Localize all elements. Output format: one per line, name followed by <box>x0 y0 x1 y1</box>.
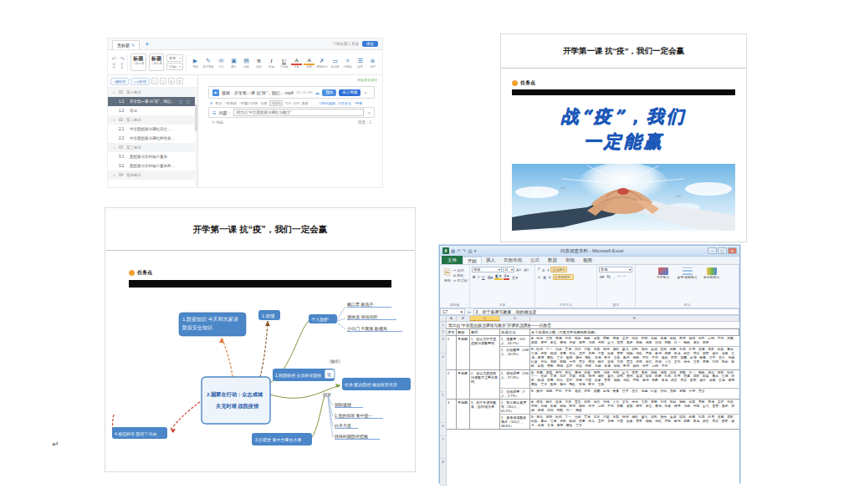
grow-font-icon[interactable]: A˄ <box>515 267 522 272</box>
rename-icon[interactable]: ✎ <box>131 43 135 48</box>
number-format-select[interactable]: 常规▾ <box>599 267 632 272</box>
merge-center-button[interactable]: 合并后居中 · <box>553 274 574 280</box>
column-header[interactable]: A <box>447 316 457 321</box>
add-tab-button[interactable]: + <box>145 40 149 49</box>
row-header[interactable]: 1 <box>440 322 446 328</box>
decimal-icons[interactable]: ⁺⁰ ⁻⁰ <box>616 274 626 279</box>
close-icon[interactable]: × <box>367 110 371 115</box>
file-tab[interactable]: 文件 <box>442 256 463 264</box>
outline-item[interactable]: 3.1思想政治学科核心素养 <box>108 152 197 161</box>
italic-button[interactable]: I <box>477 275 480 279</box>
column-header[interactable]: C <box>470 316 500 321</box>
names-cell[interactable]: B：杜鹃、丁一、任静、姜涛、范冰、方圆、石磊、姚明、谭松、廖凡、邹凯、熊伟、金城… <box>530 347 739 369</box>
preview-button[interactable]: 预览 <box>322 89 336 96</box>
doc-tool-button[interactable]: ▤文档 <box>240 57 253 69</box>
ribbon-tab[interactable]: 页面布局 <box>499 257 526 264</box>
table-cell[interactable]: 1、你认为中学思想政治课重要吗 <box>470 336 500 369</box>
save-button[interactable]: 保存 <box>362 41 378 47</box>
clear-format-tool-button[interactable]: ✗清除格式 <box>315 57 329 69</box>
image-tool-button[interactable]: ▣图片 <box>228 57 240 69</box>
clipboard-item-button[interactable]: ✂ 剪切 <box>453 268 468 272</box>
align-middle-icon[interactable]: ≡ <box>541 267 545 272</box>
column-header[interactable]: D <box>500 316 530 321</box>
highlight-tool-button[interactable]: A高亮 <box>303 57 315 69</box>
undo-button[interactable]: ↶ 撤销 <box>111 56 117 69</box>
align-bottom-icon[interactable]: ⤓ <box>546 267 550 272</box>
formula-input[interactable]: 3、对于备课写教案，你的做法是 <box>473 308 739 315</box>
mindmap-node-4[interactable]: 4.相信科学 防控下功夫 <box>112 427 167 439</box>
style-button[interactable]: 套用 表格格式 <box>677 267 698 308</box>
font-size-select[interactable]: 11▾ <box>503 267 514 272</box>
video-tool-button[interactable]: ▶视频 <box>189 57 202 69</box>
table-cell[interactable]: 2、参考现成教案修改（102人，38.8%） <box>500 415 530 429</box>
speed-option[interactable]: 75% <box>284 101 291 105</box>
font-color-tool-button[interactable]: A字色 <box>290 57 303 69</box>
align-top-icon[interactable]: ⤒ <box>537 267 540 272</box>
names-cell[interactable]: A：缪杰、解冰、应采、宗庆、宣萱、佟丽、池昌、仲满、卜凡、艾伦、张伟、王芳、李娜… <box>530 400 739 414</box>
row-header[interactable]: 2 <box>440 328 446 336</box>
sort-icon[interactable]: ⇅ <box>176 78 183 84</box>
table-cell[interactable]: 2、比较重要（148人，56.3%） <box>500 347 530 369</box>
table-row[interactable]: 3单选题3、对于备课写教案，你的做法是1、每次都认真撰写（161人，61.2%）… <box>447 400 739 430</box>
minimize-button[interactable]: ─ <box>708 247 717 254</box>
mindmap-node-social[interactable]: 社会 配合防控 做抗疫宣传员 <box>342 378 411 390</box>
comma-icon[interactable]: , <box>612 274 615 279</box>
print-icon[interactable]: ▤ <box>468 248 472 253</box>
indent-icon[interactable]: ⫸ <box>548 274 552 280</box>
font-family-select[interactable]: 宋体▾ <box>166 54 183 62</box>
outline-item[interactable]: 2.1中学思想政治课程设立… <box>108 125 197 134</box>
fill-color-button[interactable]: ◧▾ <box>494 274 502 280</box>
mindmap-node-1[interactable]: 1.防疫知识 今天和大家讲 防疫安全知识 <box>179 313 246 336</box>
ribbon-tab[interactable]: 审阅 <box>561 257 579 264</box>
edit-question-button[interactable]: ✎ 编辑 <box>212 120 223 125</box>
ribbon-tab[interactable]: 开始 <box>463 257 482 264</box>
names-cell[interactable]: A：郑爽、梁晨、谢宇、宋佳、唐瑞、许诺、韩雪、冯源、曹阳、彭飞、董雷、袁梦、邓超… <box>530 370 739 389</box>
table-header-cell[interactable]: 序号 <box>447 329 457 335</box>
table-cell[interactable]: 1、很有必要（256人，97.3%） <box>500 370 530 389</box>
video-player-bar[interactable] <box>129 280 391 288</box>
table-cell[interactable]: 1 <box>447 336 457 369</box>
table-cell[interactable]: 2、没有必要（7人，2.7%） <box>500 389 530 399</box>
italic-tool-button[interactable]: I斜体 <box>265 57 278 69</box>
option-checkbox[interactable]: ○弹幕 <box>354 101 362 105</box>
scrollbar[interactable] <box>195 88 197 188</box>
outline-item[interactable]: 1.1开学第一课 抗“疫”，我们…▢▢ <box>108 97 197 106</box>
font-name-select[interactable]: 宋体▾ <box>472 267 502 272</box>
heading1-button[interactable]: 标题 一级标题 <box>130 53 146 71</box>
redo-icon[interactable]: ↷ <box>463 248 467 253</box>
mindmap-tiny-box[interactable]: 征 <box>325 369 335 379</box>
bold-tool-button[interactable]: B加粗 <box>253 57 265 69</box>
maximize-button[interactable]: ▢ <box>718 247 727 254</box>
add-substage-button[interactable]: +小阶段 <box>130 78 149 85</box>
toc-tool-button[interactable]: ☰目录 <box>354 57 366 69</box>
phonetic-button[interactable]: 文▾ <box>510 275 519 280</box>
grid-icon[interactable]: ▢ <box>187 99 190 104</box>
mindmap-node-tag[interactable]: 1.疫情 <box>258 310 280 320</box>
font-color-button[interactable]: A▾ <box>504 274 510 280</box>
tab-untitled[interactable]: 无标题 ✎ <box>112 40 140 49</box>
quiz-tool-button[interactable]: ✎章节测验 <box>202 57 215 69</box>
table-header-cell[interactable]: 题目 <box>470 329 500 335</box>
row-header[interactable]: 3 <box>440 336 446 354</box>
table-cell[interactable]: 单选题 <box>457 370 470 400</box>
names-cell[interactable]: B：蒋欣、田野、杜鹃、丁一、任静、姜涛、范冰、方圆、石磊、姚明、谭松、廖凡、邹凯… <box>530 415 739 429</box>
outline-section[interactable]: ∨02第二单元 <box>108 115 197 125</box>
currency-icon[interactable]: ¤▾ <box>599 274 605 279</box>
outline-section[interactable]: ∨03第三单元 <box>108 143 197 152</box>
question-input[interactable]: 同学们“中学思想政治课程与教学” <box>233 109 364 116</box>
font-size-select[interactable]: 17px▾ <box>166 63 183 70</box>
names-cell[interactable]: A：张伟、王芳、李娜、刘洋、陈静、杨帆、赵磊、黄敏、周涛、吴婷、徐杰、孙丽、马超… <box>530 336 739 346</box>
percent-icon[interactable]: % <box>606 274 611 279</box>
undo-icon[interactable]: ↶ <box>457 248 461 253</box>
underline-tool-button[interactable]: U下划线 <box>278 57 290 69</box>
save-icon[interactable]: ▦ <box>451 248 455 253</box>
discuss-tool-button[interactable]: ✉讨论 <box>215 57 228 69</box>
sheet-title-cell[interactable]: 导出自“中学思想政治课程与教学”开课状况调查——问卷星 <box>447 322 739 328</box>
video-player-bar[interactable] <box>512 89 735 95</box>
table-cell[interactable]: 单选题 <box>457 336 470 369</box>
style-button[interactable]: 单元格样式 <box>701 267 723 308</box>
ribbon-tab[interactable]: 公式 <box>526 257 544 264</box>
clipboard-item-button[interactable]: ⚏ 格式刷 <box>453 278 468 283</box>
style-button[interactable]: 条件格式 <box>652 267 674 308</box>
add-stage-button[interactable]: +新阶段 <box>110 78 129 85</box>
